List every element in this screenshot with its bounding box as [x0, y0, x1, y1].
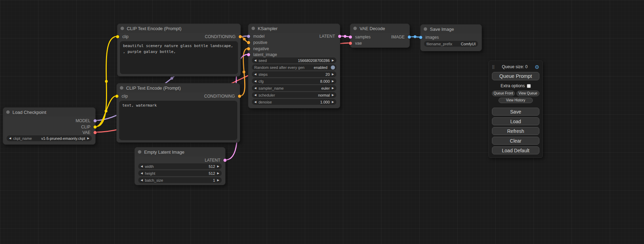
- clip-port-dot[interactable]: [116, 35, 119, 38]
- sampler-name-widget[interactable]: ◀ sampler_name euler ▶: [252, 85, 336, 91]
- model-port-dot[interactable]: [94, 119, 97, 123]
- increment-arrow-icon[interactable]: ▶: [332, 87, 334, 90]
- decrement-arrow-icon[interactable]: ◀: [141, 165, 143, 168]
- increment-arrow-icon[interactable]: ▶: [332, 101, 334, 103]
- vae-port-dot[interactable]: [94, 131, 97, 134]
- input-negative[interactable]: negative: [248, 46, 269, 52]
- node-load-checkpoint[interactable]: Load Checkpoint MODEL CLIP VAE ◀ ckpt_na…: [3, 107, 96, 145]
- batch-size-widget[interactable]: ◀ batch_size 1 ▶: [138, 177, 222, 183]
- input-clip[interactable]: clip: [117, 93, 128, 99]
- settings-gear-icon[interactable]: ⚙: [535, 64, 539, 70]
- scheduler-widget[interactable]: ◀ scheduler normal ▶: [252, 92, 336, 98]
- node-clip-text-encode-positive[interactable]: CLIP Text Encode (Prompt) clip CONDITION…: [117, 24, 241, 76]
- view-queue-button[interactable]: View Queue: [517, 91, 539, 96]
- image-port-dot[interactable]: [419, 36, 422, 39]
- collapse-dot-icon[interactable]: [424, 27, 427, 31]
- model-port-dot[interactable]: [247, 35, 250, 38]
- node-title-bar[interactable]: VAE Decode: [350, 24, 409, 33]
- decrement-arrow-icon[interactable]: ◀: [141, 179, 143, 182]
- decrement-arrow-icon[interactable]: ◀: [9, 137, 11, 140]
- denoise-widget[interactable]: ◀ denoise 1.000 ▶: [252, 99, 336, 105]
- decrement-arrow-icon[interactable]: ◀: [254, 80, 256, 83]
- output-clip[interactable]: CLIP: [81, 124, 95, 130]
- positive-prompt-textarea[interactable]: [120, 41, 238, 74]
- node-clip-text-encode-negative[interactable]: CLIP Text Encode (Prompt) clip CONDITION…: [116, 83, 240, 143]
- output-latent[interactable]: LATENT: [205, 157, 225, 163]
- increment-arrow-icon[interactable]: ▶: [332, 94, 334, 97]
- output-image[interactable]: IMAGE: [391, 34, 409, 40]
- vae-port-dot[interactable]: [349, 42, 352, 45]
- queue-front-button[interactable]: Queue Front: [492, 91, 515, 96]
- collapse-dot-icon[interactable]: [6, 110, 10, 114]
- node-title-bar[interactable]: CLIP Text Encode (Prompt): [117, 83, 240, 92]
- latent-port-dot[interactable]: [349, 36, 352, 39]
- clear-button[interactable]: Clear: [492, 137, 539, 145]
- load-button[interactable]: Load: [492, 117, 539, 125]
- increment-arrow-icon[interactable]: ▶: [332, 80, 334, 83]
- negative-prompt-textarea[interactable]: [119, 101, 237, 140]
- drag-handle-icon[interactable]: ⣿: [492, 65, 495, 69]
- increment-arrow-icon[interactable]: ▶: [332, 73, 334, 76]
- collapse-dot-icon[interactable]: [353, 27, 357, 30]
- cfg-widget[interactable]: ◀ cfg 8.000 ▶: [252, 78, 336, 84]
- latent-port-dot[interactable]: [338, 35, 341, 38]
- decrement-arrow-icon[interactable]: ◀: [254, 59, 256, 62]
- output-conditioning[interactable]: CONDITIONING: [204, 93, 240, 99]
- node-graph-canvas[interactable]: Load Checkpoint MODEL CLIP VAE ◀ ckpt_na…: [0, 0, 644, 244]
- seed-widget[interactable]: ◀ seed 156680208700286 ▶: [252, 57, 336, 63]
- node-title-bar[interactable]: Save Image: [421, 25, 482, 34]
- output-model[interactable]: MODEL: [76, 118, 95, 124]
- input-latent-image[interactable]: latent_image: [248, 52, 277, 57]
- node-empty-latent-image[interactable]: Empty Latent Image LATENT ◀ width 512 ▶ …: [134, 147, 226, 185]
- input-positive[interactable]: positive: [248, 40, 267, 45]
- node-title-bar[interactable]: Empty Latent Image: [135, 147, 225, 156]
- conditioning-port-dot[interactable]: [239, 35, 242, 38]
- node-vae-decode[interactable]: VAE Decode samples vae IMAGE: [350, 24, 410, 48]
- decrement-arrow-icon[interactable]: ◀: [141, 172, 143, 175]
- toggle-knob-icon[interactable]: [331, 65, 335, 70]
- load-default-button[interactable]: Load Default: [492, 146, 539, 154]
- decrement-arrow-icon[interactable]: ◀: [254, 101, 256, 103]
- input-model[interactable]: model: [248, 34, 265, 39]
- node-title-bar[interactable]: CLIP Text Encode (Prompt): [117, 24, 240, 33]
- decrement-arrow-icon[interactable]: ◀: [254, 94, 256, 97]
- random-seed-toggle[interactable]: Random seed after every gen enabled: [252, 64, 336, 70]
- steps-widget[interactable]: ◀ steps 20 ▶: [252, 71, 336, 77]
- conditioning-port-dot[interactable]: [238, 95, 241, 98]
- increment-arrow-icon[interactable]: ▶: [87, 137, 89, 140]
- conditioning-port-dot[interactable]: [247, 41, 250, 44]
- output-conditioning[interactable]: CONDITIONING: [205, 34, 240, 39]
- increment-arrow-icon[interactable]: ▶: [217, 172, 219, 175]
- view-history-button[interactable]: View History: [499, 98, 533, 103]
- node-title-bar[interactable]: KSampler: [248, 24, 340, 33]
- clip-port-dot[interactable]: [115, 95, 118, 98]
- output-vae[interactable]: VAE: [82, 130, 95, 135]
- increment-arrow-icon[interactable]: ▶: [217, 165, 219, 168]
- refresh-button[interactable]: Refresh: [492, 127, 539, 135]
- ckpt-name-widget[interactable]: ◀ ckpt_name v1-5-pruned-emaonly.ckpt ▶: [7, 135, 92, 141]
- input-vae[interactable]: vae: [350, 40, 362, 46]
- increment-arrow-icon[interactable]: ▶: [332, 59, 334, 62]
- save-button[interactable]: Save: [492, 108, 539, 116]
- collapse-dot-icon[interactable]: [120, 86, 123, 90]
- output-latent[interactable]: LATENT: [319, 34, 340, 39]
- increment-arrow-icon[interactable]: ▶: [217, 179, 219, 182]
- extra-options-checkbox[interactable]: [527, 84, 531, 88]
- input-clip[interactable]: clip: [117, 34, 129, 39]
- clip-port-dot[interactable]: [94, 126, 97, 129]
- node-title-bar[interactable]: Load Checkpoint: [3, 108, 95, 117]
- width-widget[interactable]: ◀ width 512 ▶: [138, 163, 222, 169]
- node-save-image[interactable]: Save Image images filename_prefix ComfyU…: [420, 24, 482, 51]
- latent-port-dot[interactable]: [247, 53, 250, 56]
- conditioning-port-dot[interactable]: [247, 47, 250, 51]
- collapse-dot-icon[interactable]: [138, 150, 141, 154]
- node-ksampler[interactable]: KSampler model positive negative latent_…: [248, 24, 340, 108]
- queue-prompt-button[interactable]: Queue Prompt: [492, 72, 539, 80]
- filename-prefix-widget[interactable]: filename_prefix ComfyUI: [424, 41, 478, 47]
- decrement-arrow-icon[interactable]: ◀: [254, 73, 256, 76]
- latent-port-dot[interactable]: [223, 159, 227, 162]
- input-images[interactable]: images: [421, 35, 439, 40]
- decrement-arrow-icon[interactable]: ◀: [254, 87, 256, 90]
- collapse-dot-icon[interactable]: [121, 27, 124, 30]
- collapse-dot-icon[interactable]: [252, 27, 255, 30]
